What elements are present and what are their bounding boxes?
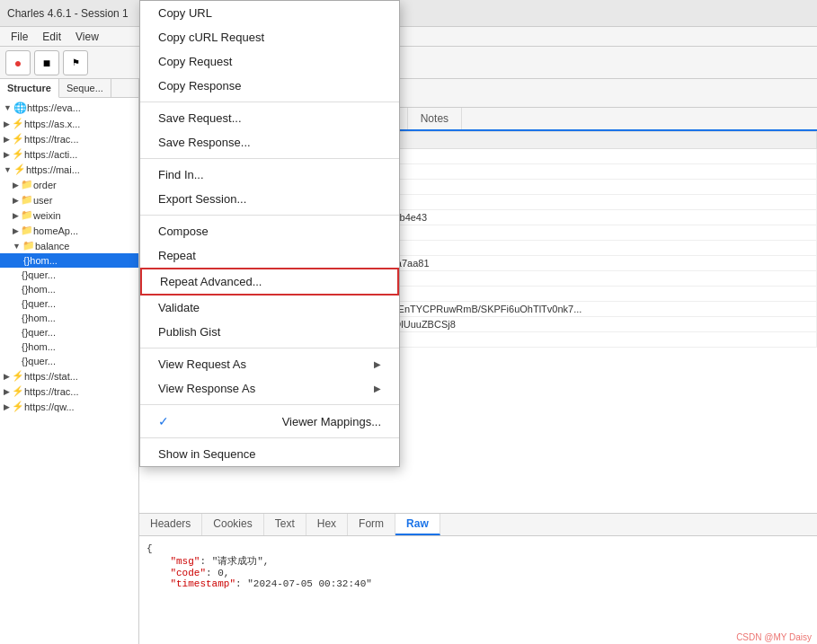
- list-item[interactable]: {} quer...: [0, 268, 138, 282]
- expand-icon: ▶: [13, 181, 19, 190]
- menu-item-view-request-as[interactable]: View Request As ▶: [140, 352, 399, 376]
- menu-item-label: Show in Sequence: [158, 447, 255, 461]
- menu-item-repeat-advanced[interactable]: Repeat Advanced...: [140, 268, 399, 296]
- list-item[interactable]: ▶ ⚡ https://stat...: [0, 368, 138, 384]
- menu-item-label: Save Response...: [158, 136, 251, 149]
- menu-item-save-request[interactable]: Save Request...: [140, 106, 399, 130]
- context-menu: Copy URL Copy cURL Request Copy Request …: [139, 0, 400, 467]
- menu-item-label: Find In...: [158, 168, 204, 181]
- menu-item-validate[interactable]: Validate: [140, 296, 399, 320]
- tree-label: https://trac...: [24, 134, 79, 145]
- menu-item-copy-url[interactable]: Copy URL: [140, 1, 399, 25]
- list-item[interactable]: ▶ 📁 user: [0, 192, 138, 207]
- list-item[interactable]: ▶ 📁 weixin: [0, 207, 138, 223]
- clear-button[interactable]: ⚑: [63, 50, 88, 75]
- expand-icon: ▶: [4, 387, 10, 396]
- list-item[interactable]: ▶ ⚡ https://as.x...: [0, 116, 138, 131]
- sidebar: Structure Seque... ▼ 🌐 https://eva... ▶ …: [0, 79, 139, 644]
- tree-label: hom...: [28, 341, 56, 352]
- folder-icon: 📁: [21, 194, 33, 206]
- menu-item-find-in[interactable]: Find In...: [140, 163, 399, 187]
- menu-edit[interactable]: Edit: [35, 29, 68, 45]
- json-key: "code": [170, 568, 206, 578]
- menu-item-label: Publish Gist: [158, 325, 220, 339]
- tab-text[interactable]: Text: [264, 514, 306, 535]
- lightning-icon: ⚡: [13, 163, 26, 175]
- menu-item-show-sequence[interactable]: Show in Sequence: [140, 442, 399, 466]
- list-item[interactable]: ▶ 📁 order: [0, 177, 138, 192]
- menu-item-publish-gist[interactable]: Publish Gist: [140, 320, 399, 344]
- menu-item-copy-request[interactable]: Copy Request: [140, 49, 399, 74]
- list-item[interactable]: ▶ ⚡ https://acti...: [0, 146, 138, 162]
- json-line: "timestamp": "2024-07-05 00:32:40": [147, 578, 810, 589]
- expand-icon: ▶: [4, 402, 10, 411]
- list-item[interactable]: ▼ 📁 balance: [0, 238, 138, 253]
- sidebar-tabs: Structure Seque...: [0, 79, 138, 98]
- menu-divider: [140, 404, 399, 405]
- list-item[interactable]: ▶ 📁 homeAp...: [0, 223, 138, 238]
- list-item[interactable]: ▼ ⚡ https://mai...: [0, 162, 138, 177]
- folder-icon: 📁: [21, 225, 33, 236]
- json-key: "msg": [170, 556, 200, 567]
- tab-form[interactable]: Form: [348, 514, 395, 535]
- menu-item-save-response[interactable]: Save Response...: [140, 130, 399, 154]
- tree-label: hom...: [28, 313, 56, 323]
- tree-label: homeAp...: [33, 225, 78, 236]
- list-item[interactable]: {} quer...: [0, 296, 138, 311]
- menu-item-compose[interactable]: Compose: [140, 219, 399, 243]
- menu-item-viewer-mappings[interactable]: ✓ Viewer Mappings...: [140, 409, 399, 434]
- file-icon: {}: [22, 327, 28, 338]
- tab-cookies[interactable]: Cookies: [202, 514, 263, 535]
- list-item[interactable]: {} hom...: [0, 340, 138, 354]
- tree-label: quer...: [28, 356, 56, 366]
- menu-item-label: Export Session...: [158, 192, 246, 206]
- lightning-icon: ⚡: [12, 401, 24, 412]
- file-icon: {}: [22, 356, 28, 366]
- tab-structure[interactable]: Structure: [0, 79, 59, 98]
- tree-label: hom...: [30, 255, 58, 266]
- list-item[interactable]: ▶ ⚡ https://trac...: [0, 131, 138, 146]
- expand-icon: ▶: [13, 226, 19, 235]
- record-button[interactable]: ●: [5, 50, 31, 75]
- menu-item-view-response-as[interactable]: View Response As ▶: [140, 376, 399, 401]
- list-item[interactable]: {} quer...: [0, 354, 138, 368]
- file-icon: {}: [22, 298, 28, 309]
- tab-notes[interactable]: Notes: [408, 108, 462, 129]
- list-item[interactable]: ▶ ⚡ https://qw...: [0, 399, 138, 414]
- toolbar: ● ■ ⚑: [0, 47, 817, 79]
- menu-item-copy-response[interactable]: Copy Response: [140, 74, 399, 98]
- list-item[interactable]: ▼ 🌐 https://eva...: [0, 100, 138, 116]
- list-item[interactable]: {} hom...: [0, 282, 138, 296]
- menu-divider: [140, 215, 399, 216]
- tab-sequence[interactable]: Seque...: [59, 79, 111, 97]
- json-content-area: { "msg": "请求成功", "code": 0, "timestamp":…: [139, 536, 817, 644]
- json-val: "请求成功",: [212, 556, 270, 567]
- file-icon: {}: [22, 269, 28, 280]
- expand-icon: ▶: [4, 372, 10, 381]
- globe-icon: 🌐: [13, 101, 27, 114]
- list-item[interactable]: ▶ ⚡ https://trac...: [0, 384, 138, 399]
- menu-view[interactable]: View: [68, 29, 106, 45]
- tab-raw[interactable]: Raw: [395, 514, 440, 535]
- tab-hex[interactable]: Hex: [306, 514, 348, 535]
- lightning-icon: ⚡: [12, 118, 24, 129]
- menu-divider: [140, 348, 399, 348]
- stop-button[interactable]: ■: [34, 50, 59, 75]
- tree-label: order: [33, 180, 57, 190]
- menu-item-export-session[interactable]: Export Session...: [140, 187, 399, 211]
- lightning-icon: ⚡: [12, 370, 24, 382]
- expand-icon: ▶: [4, 119, 10, 128]
- expand-icon: ▼: [13, 242, 21, 251]
- tab-headers[interactable]: Headers: [139, 514, 202, 535]
- list-item[interactable]: {} hom...: [0, 253, 138, 268]
- menu-item-copy-curl[interactable]: Copy cURL Request: [140, 25, 399, 49]
- list-item[interactable]: {} quer...: [0, 325, 138, 340]
- folder-icon: 📁: [21, 209, 33, 221]
- menu-file[interactable]: File: [4, 29, 35, 45]
- menu-item-repeat[interactable]: Repeat: [140, 243, 399, 268]
- watermark-text: CSDN @MY Daisy: [736, 632, 812, 642]
- menu-item-label: Repeat: [158, 249, 196, 262]
- expand-icon: ▶: [4, 135, 10, 144]
- list-item[interactable]: {} hom...: [0, 311, 138, 325]
- main-layout: Structure Seque... ▼ 🌐 https://eva... ▶ …: [0, 79, 817, 644]
